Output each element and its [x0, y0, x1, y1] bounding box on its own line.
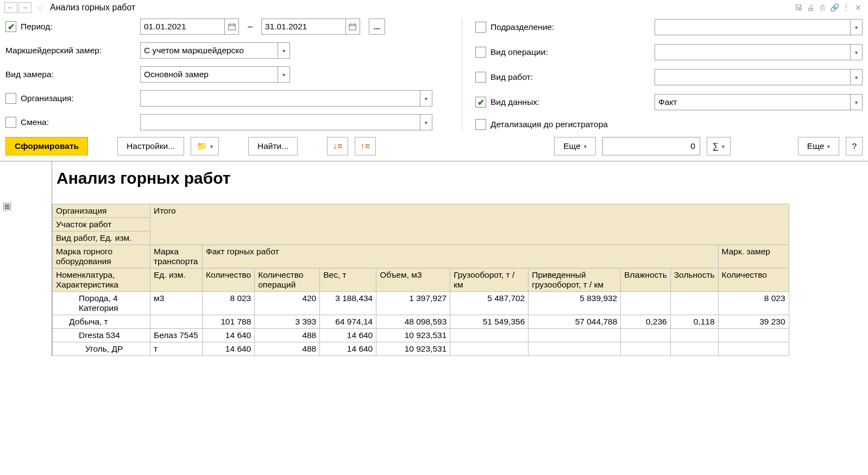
data-type-checkbox[interactable] [475, 97, 486, 108]
collapse-groups-button[interactable]: ↓≡ [327, 137, 348, 155]
calendar-icon[interactable] [225, 18, 239, 35]
period-dash: – [242, 22, 258, 32]
period-checkbox[interactable] [5, 21, 16, 32]
expand-groups-button[interactable]: ↑≡ [355, 137, 376, 155]
title-bar: ← → ☆ Анализ горных работ 🖫 🖨 ⎙ 🔗 ⋮ ✕ [0, 0, 868, 15]
col-nomenclature: Номенклатура, Характеристика [53, 268, 150, 292]
settings-button[interactable]: Настройки... [117, 137, 184, 155]
col-unit: Ед. изм. [150, 268, 203, 292]
cell-ops: 3 393 [255, 315, 320, 329]
folder-icon: 📁 [197, 141, 207, 151]
chevron-down-icon[interactable]: ▾ [278, 42, 290, 59]
organization-select[interactable] [140, 90, 420, 107]
detail-checkbox[interactable] [475, 119, 486, 130]
chevron-down-icon[interactable]: ▾ [851, 69, 863, 85]
save-icon[interactable]: 🖫 [793, 3, 804, 12]
col-volume: Объем, м3 [376, 268, 450, 292]
link-icon[interactable]: 🔗 [829, 3, 840, 12]
table-row[interactable]: Добыча, т101 7883 39364 974,1448 098,593… [53, 315, 789, 329]
col-work-type-unit: Вид работ, Ед. изм. [53, 232, 150, 245]
chevron-down-icon[interactable]: ▾ [851, 44, 863, 60]
shift-label: Смена: [21, 117, 49, 127]
period-label: Период: [21, 22, 53, 32]
table-row[interactable]: Порода, 4 Категориям38 0234203 188,4341 … [53, 292, 789, 315]
work-type-select[interactable] [655, 69, 851, 85]
organization-label: Организация: [21, 93, 74, 103]
col-weight: Вес, т [320, 268, 376, 292]
collapse-icon: ↓≡ [333, 141, 342, 151]
expand-all-button[interactable]: ⊞ [3, 203, 11, 210]
cell-name: Порода, 4 Категория [53, 292, 150, 315]
cell-mark-qty [718, 329, 789, 342]
markscheider-select[interactable]: С учетом маркшейдерско [140, 42, 278, 59]
cell-volume: 10 923,531 [376, 329, 450, 342]
print-icon[interactable]: 🖨 [805, 3, 816, 12]
markscheider-label: Маркшейдерский замер: [5, 46, 102, 55]
chevron-down-icon[interactable]: ▾ [420, 90, 432, 107]
nav-forward-button[interactable]: → [18, 2, 32, 13]
col-quantity: Количество [203, 268, 255, 292]
cell-humidity [621, 329, 670, 342]
more-icon[interactable]: ⋮ [841, 3, 852, 12]
table-row[interactable]: Dresta 534Белаз 754514 64048814 64010 92… [53, 329, 789, 342]
table-row[interactable]: Уголь, ДРт14 64048814 64010 923,531 [53, 342, 789, 356]
more-button-2[interactable]: Еще▾ [798, 137, 840, 155]
open-file-button[interactable]: 📁▾ [191, 137, 219, 155]
period-picker-button[interactable]: ... [369, 18, 385, 35]
close-icon[interactable]: ✕ [853, 3, 864, 12]
detail-label: Детализация до регистратора [490, 120, 608, 129]
preview-icon[interactable]: ⎙ [817, 3, 828, 12]
cell-humidity: 0,236 [621, 315, 670, 329]
operation-type-select[interactable] [655, 44, 851, 60]
operation-type-label: Вид операции: [490, 47, 548, 57]
page-title: Анализ горных работ [48, 3, 135, 12]
cell-ops: 488 [255, 342, 320, 356]
col-total: Итого [150, 204, 789, 245]
sum-button[interactable]: ∑▾ [707, 137, 731, 155]
subdivision-checkbox[interactable] [475, 22, 486, 33]
data-type-label: Вид данных: [490, 97, 539, 107]
cell-qty: 14 640 [203, 329, 255, 342]
calendar-icon[interactable] [346, 18, 360, 35]
work-type-checkbox[interactable] [475, 72, 486, 83]
col-mark-group: Марк. замер [718, 245, 789, 268]
favorite-icon[interactable]: ☆ [35, 3, 46, 13]
outline-column: ⊞ [0, 161, 52, 356]
chevron-down-icon[interactable]: ▾ [420, 114, 432, 130]
cell-unit: Белаз 7545 [150, 329, 203, 342]
nav-back-button[interactable]: ← [4, 2, 17, 13]
cell-volume: 1 397,927 [376, 292, 450, 315]
svg-rect-0 [228, 24, 235, 30]
generate-button[interactable]: Сформировать [5, 137, 88, 155]
shift-checkbox[interactable] [5, 117, 16, 128]
find-button[interactable]: Найти... [248, 137, 298, 155]
period-from-input[interactable]: 01.01.2021 [140, 18, 225, 35]
more-button-1[interactable]: Еще▾ [554, 137, 596, 155]
cell-name: Уголь, ДР [53, 342, 150, 356]
number-input[interactable] [602, 137, 700, 155]
cell-weight: 3 188,434 [320, 292, 376, 315]
help-button[interactable]: ? [846, 137, 863, 155]
col-mark-quantity: Количество [718, 268, 789, 292]
organization-checkbox[interactable] [5, 93, 16, 104]
cell-reduced [529, 342, 621, 356]
cell-reduced: 57 044,788 [529, 315, 621, 329]
data-type-select[interactable]: Факт [655, 94, 851, 110]
cell-mark-qty: 8 023 [718, 292, 789, 315]
subdivision-select[interactable] [655, 19, 851, 35]
cell-ops: 420 [255, 292, 320, 315]
chevron-down-icon[interactable]: ▾ [278, 66, 290, 83]
cell-turnover: 5 487,702 [450, 292, 529, 315]
measure-type-label: Вид замера: [5, 70, 54, 79]
cell-qty: 101 788 [203, 315, 255, 329]
chevron-down-icon[interactable]: ▾ [851, 19, 863, 35]
operation-type-checkbox[interactable] [475, 47, 486, 58]
measure-type-select[interactable]: Основной замер [140, 66, 278, 83]
shift-select[interactable] [140, 114, 420, 130]
work-type-label: Вид работ: [490, 72, 533, 82]
col-fact-group: Факт горных работ [203, 245, 719, 268]
filter-panel: Период: 01.01.2021 – 31.01.2021 ... Марк… [0, 15, 868, 133]
period-to-input[interactable]: 31.01.2021 [261, 18, 346, 35]
chevron-down-icon[interactable]: ▾ [851, 94, 863, 110]
cell-ops: 488 [255, 329, 320, 342]
